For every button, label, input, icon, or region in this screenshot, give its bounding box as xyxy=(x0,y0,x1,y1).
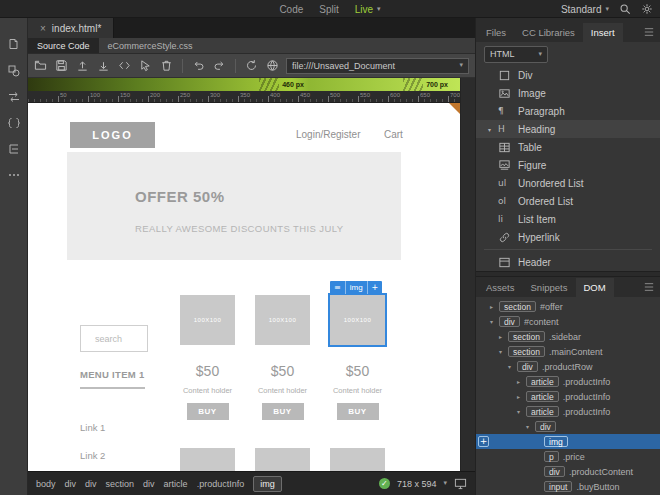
panel-tab-snippets[interactable]: Snippets xyxy=(523,278,576,297)
tag-chip-article[interactable]: article xyxy=(164,479,188,489)
dom-node-div-content[interactable]: ▾div#content xyxy=(476,314,660,329)
dom-tag-box[interactable]: section xyxy=(508,346,545,357)
insert-item-header[interactable]: Header xyxy=(476,253,660,271)
insert-item-heading[interactable]: ▾HHeading xyxy=(476,120,660,138)
dom-tag-box[interactable]: article xyxy=(526,376,559,387)
tag-chip-div[interactable]: div xyxy=(65,479,77,489)
more-tools-icon[interactable] xyxy=(7,168,21,182)
chevron-down-icon[interactable]: ▾ xyxy=(499,348,508,355)
dom-node-article-productInfo[interactable]: ▸article.productInfo xyxy=(476,389,660,404)
dom-tag-box[interactable]: input xyxy=(544,481,572,492)
buy-button[interactable]: BUY xyxy=(337,403,379,420)
trash-icon[interactable] xyxy=(160,59,173,72)
code-icon[interactable] xyxy=(118,59,131,72)
dom-node-section-sidebar[interactable]: ▸section.sidebar xyxy=(476,329,660,344)
gear-icon[interactable] xyxy=(641,3,653,15)
insert-item-unordered-list[interactable]: ulUnordered List xyxy=(476,174,660,192)
extract-icon[interactable] xyxy=(7,90,21,104)
download-icon[interactable] xyxy=(97,59,110,72)
lint-ok-icon[interactable]: ✓ xyxy=(379,478,390,489)
dom-node-section-offer[interactable]: ▸section#offer xyxy=(476,299,660,314)
mock-logo[interactable]: LOGO xyxy=(70,122,155,148)
related-file-source-code[interactable]: Source Code xyxy=(28,38,99,53)
insert-item-hyperlink[interactable]: Hyperlink xyxy=(476,228,660,246)
mock-link-1[interactable]: Link 1 xyxy=(80,422,105,433)
chevron-down-icon[interactable]: ▾ xyxy=(508,363,517,370)
tag-chip-section[interactable]: section xyxy=(106,479,135,489)
view-mode-split[interactable]: Split xyxy=(319,4,338,15)
save-icon[interactable] xyxy=(55,59,68,72)
product-card-1[interactable]: 100X100$50Content holderBUY xyxy=(180,295,235,420)
dom-node-div[interactable]: ▾div xyxy=(476,419,660,434)
insert-item-figure[interactable]: Figure xyxy=(476,156,660,174)
upload-icon[interactable] xyxy=(76,59,89,72)
inspect-icon[interactable] xyxy=(139,59,152,72)
insert-item-paragraph[interactable]: ¶Paragraph xyxy=(476,102,660,120)
size-marker-700[interactable]: 700 px xyxy=(393,78,448,91)
dom-node-div-productRow[interactable]: ▾div.productRow xyxy=(476,359,660,374)
dom-node-input-buyButton[interactable]: input.buyButton xyxy=(476,479,660,494)
panel-tab-dom[interactable]: DOM xyxy=(576,278,614,297)
size-marker-460[interactable]: 460 px xyxy=(249,78,304,91)
dom-tag-box[interactable]: section xyxy=(508,331,545,342)
insert-item-image[interactable]: Image xyxy=(476,84,660,102)
element-handle-icon[interactable]: ≡ xyxy=(330,281,345,294)
insert-item-ordered-list[interactable]: olOrdered List xyxy=(476,192,660,210)
chevron-right-icon[interactable]: ▸ xyxy=(517,378,526,385)
tag-chip-body[interactable]: body xyxy=(36,479,56,489)
dom-panel-icon[interactable] xyxy=(7,142,21,156)
refresh-icon[interactable] xyxy=(245,59,258,72)
dom-tag-box[interactable]: div xyxy=(535,421,556,432)
element-tag-label[interactable]: img xyxy=(345,281,367,294)
panel-tab-cc-libraries[interactable]: CC Libraries xyxy=(514,23,583,42)
css-designer-icon[interactable] xyxy=(7,116,21,130)
workspace-switcher[interactable]: Standard ▾ xyxy=(561,4,609,15)
chevron-down-icon[interactable]: ▾ xyxy=(526,423,535,430)
product-card-2[interactable]: 100X100$50Content holderBUY xyxy=(255,295,310,420)
view-mode-code[interactable]: Code xyxy=(279,4,303,15)
buy-button[interactable]: BUY xyxy=(262,403,304,420)
document-tab[interactable]: × index.html* xyxy=(28,18,114,38)
design-canvas[interactable]: LOGO Login/Register Cart OFFER 50% REALL… xyxy=(28,103,460,471)
chevron-right-icon[interactable]: ▸ xyxy=(490,303,499,310)
product-image-placeholder[interactable]: 100X100 xyxy=(180,295,235,345)
dom-tag-box[interactable]: div xyxy=(517,361,538,372)
insert-item-div[interactable]: Div xyxy=(476,66,660,84)
mock-cart-link[interactable]: Cart xyxy=(384,129,403,140)
size-ruler[interactable]: 460 px700 px xyxy=(28,78,460,91)
mock-login-link[interactable]: Login/Register xyxy=(296,129,360,140)
dom-node-article-productInfo[interactable]: ▾article.productInfo xyxy=(476,404,660,419)
open-icon[interactable] xyxy=(34,59,47,72)
product-card-3[interactable]: 100X100$50Content holderBUY≡img+ xyxy=(330,295,385,420)
address-input[interactable] xyxy=(292,61,455,71)
chevron-right-icon[interactable]: ▸ xyxy=(499,333,508,340)
dom-tag-box[interactable]: article xyxy=(526,406,559,417)
buy-button[interactable]: BUY xyxy=(187,403,229,420)
insert-item-table[interactable]: Table xyxy=(476,138,660,156)
dom-tag-box[interactable]: div xyxy=(544,466,565,477)
assets-icon[interactable] xyxy=(7,64,21,78)
insert-item-list-item[interactable]: liList Item xyxy=(476,210,660,228)
tag-chip-div[interactable]: div xyxy=(85,479,97,489)
window-size-value[interactable]: 718 x 594 xyxy=(397,479,437,489)
dom-tag-box[interactable]: img xyxy=(544,436,568,447)
mock-search-input[interactable] xyxy=(80,325,148,352)
product-image-placeholder[interactable]: 100X100 xyxy=(255,295,310,345)
element-display[interactable]: ≡img+ xyxy=(330,281,382,294)
tag-chip-productInfo[interactable]: .productInfo xyxy=(197,479,245,489)
chevron-down-icon[interactable]: ▾ xyxy=(517,408,526,415)
mock-link-2[interactable]: Link 2 xyxy=(80,450,105,461)
mock-hero-banner[interactable]: OFFER 50% REALLY AWESOME DISCOUNTS THIS … xyxy=(67,152,401,260)
product-image-placeholder[interactable]: 100X100 xyxy=(330,295,385,345)
panel-tab-assets[interactable]: Assets xyxy=(478,278,523,297)
close-icon[interactable]: × xyxy=(40,23,46,34)
dom-node-p-price[interactable]: p.price xyxy=(476,449,660,464)
insert-category-dropdown[interactable]: HTML ▾ xyxy=(484,46,548,63)
dom-tag-box[interactable]: div xyxy=(499,316,520,327)
address-bar[interactable]: ▾ xyxy=(286,58,469,74)
files-icon[interactable] xyxy=(7,38,21,52)
globe-icon[interactable] xyxy=(266,59,279,72)
dom-tag-box[interactable]: article xyxy=(526,391,559,402)
add-element-icon[interactable]: + xyxy=(367,281,383,294)
panel-tab-insert[interactable]: Insert xyxy=(583,23,623,42)
